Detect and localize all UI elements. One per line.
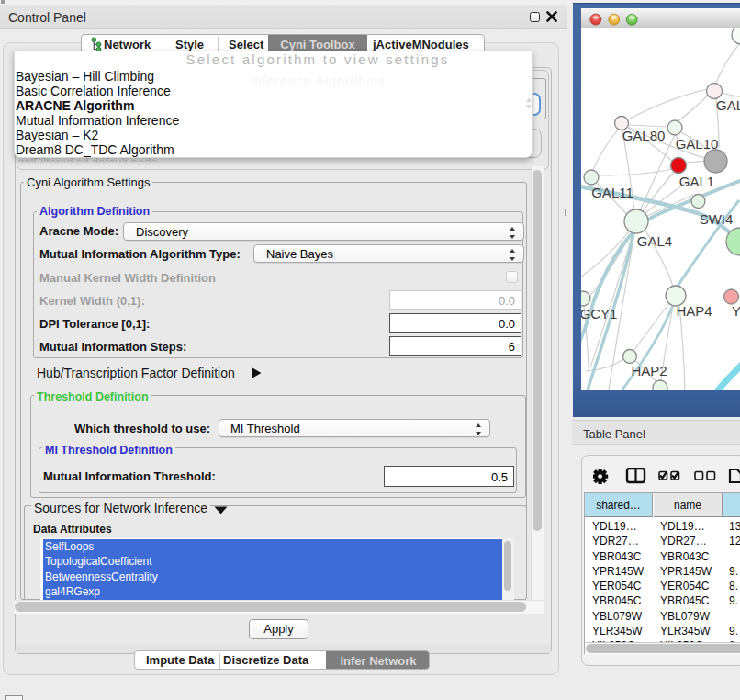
svg-text:HAP2: HAP2 (631, 363, 667, 378)
svg-text:HAP4: HAP4 (676, 303, 712, 319)
svg-text:GAL10: GAL10 (676, 136, 719, 152)
svg-text:GCY1: GCY1 (581, 306, 617, 322)
svg-text:GAL1: GAL1 (679, 174, 714, 189)
svg-text:SWI4: SWI4 (700, 211, 734, 227)
svg-text:GAL11: GAL11 (591, 185, 633, 200)
svg-text:GAL2: GAL2 (716, 97, 740, 113)
svg-text:GAL4: GAL4 (637, 233, 672, 249)
svg-text:GAL80: GAL80 (622, 128, 666, 143)
svg-text:Y: Y (732, 303, 740, 319)
